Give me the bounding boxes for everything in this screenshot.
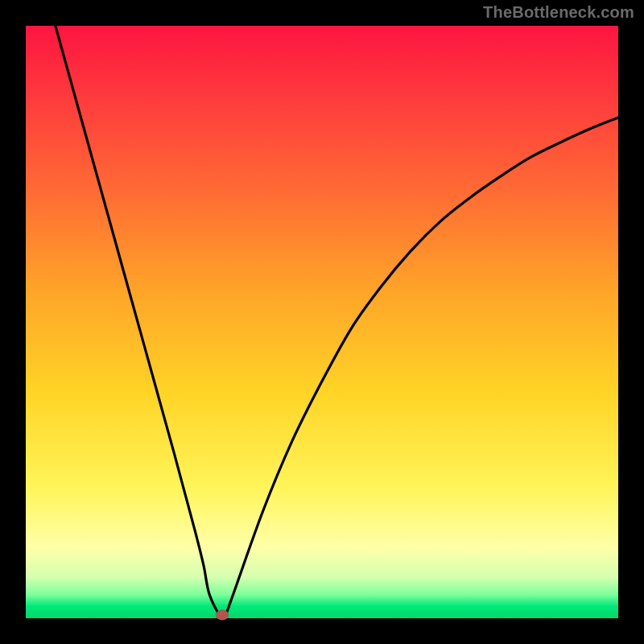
plot-area — [26, 26, 618, 618]
chart-frame: TheBottleneck.com — [0, 0, 644, 644]
watermark-text: TheBottleneck.com — [483, 3, 634, 22]
marker-dot — [216, 610, 229, 621]
bottleneck-curve — [26, 26, 618, 618]
